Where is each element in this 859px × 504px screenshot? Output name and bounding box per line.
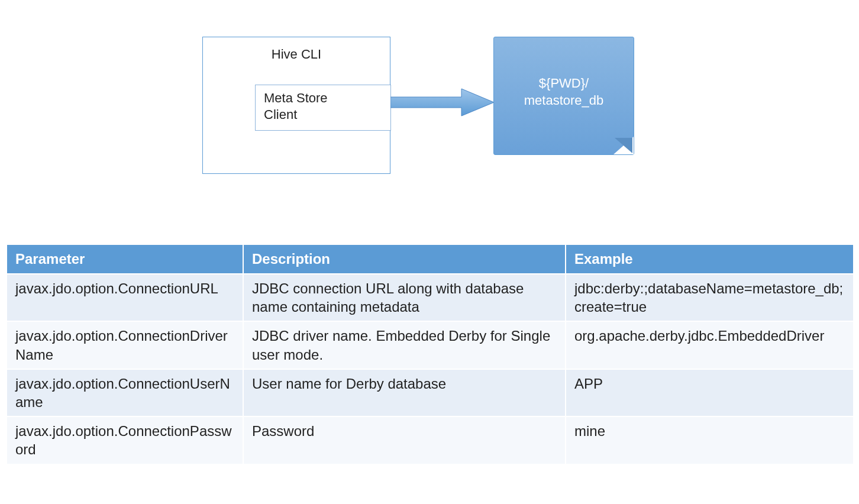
cell-desc: JDBC connection URL along with database …: [243, 274, 566, 321]
cell-example: jdbc:derby:;databaseName=metastore_db;cr…: [566, 274, 854, 321]
header-parameter: Parameter: [7, 244, 243, 274]
cell-desc: Password: [243, 416, 566, 464]
table-row: javax.jdo.option.ConnectionPassword Pass…: [7, 416, 854, 464]
meta-store-client-box: Meta Store Client: [255, 85, 391, 131]
cell-example: mine: [566, 416, 854, 464]
table-row: javax.jdo.option.ConnectionUserName User…: [7, 369, 854, 416]
db-note-text: ${PWD}/ metastore_db: [524, 75, 604, 109]
header-description: Description: [243, 244, 566, 274]
parameters-table: Parameter Description Example javax.jdo.…: [6, 244, 854, 465]
hive-cli-title: Hive CLI: [203, 47, 390, 62]
db-note-line2: metastore_db: [524, 93, 604, 108]
canvas: Hive CLI Meta Store Client ${PWD}/ metas…: [0, 0, 859, 504]
metastore-db-note: ${PWD}/ metastore_db: [493, 37, 634, 155]
cell-param: javax.jdo.option.ConnectionPassword: [7, 416, 243, 464]
header-example: Example: [566, 244, 854, 274]
cell-param: javax.jdo.option.ConnectionURL: [7, 274, 243, 321]
svg-marker-0: [390, 89, 494, 116]
table-row: javax.jdo.option.ConnectionDriverName JD…: [7, 321, 854, 369]
cell-param: javax.jdo.option.ConnectionUserName: [7, 369, 243, 416]
page-fold-icon: [613, 137, 634, 154]
cell-example: org.apache.derby.jdbc.EmbeddedDriver: [566, 321, 854, 369]
table-row: javax.jdo.option.ConnectionURL JDBC conn…: [7, 274, 854, 321]
db-note-line1: ${PWD}/: [539, 76, 589, 91]
meta-store-client-line1: Meta Store: [264, 91, 328, 105]
table-header-row: Parameter Description Example: [7, 244, 854, 274]
cell-example: APP: [566, 369, 854, 416]
cell-param: javax.jdo.option.ConnectionDriverName: [7, 321, 243, 369]
meta-store-client-line2: Client: [264, 107, 297, 122]
arrow-icon: [390, 88, 494, 117]
cell-desc: JDBC driver name. Embedded Derby for Sin…: [243, 321, 566, 369]
hive-cli-box: Hive CLI Meta Store Client: [202, 37, 390, 174]
cell-desc: User name for Derby database: [243, 369, 566, 416]
